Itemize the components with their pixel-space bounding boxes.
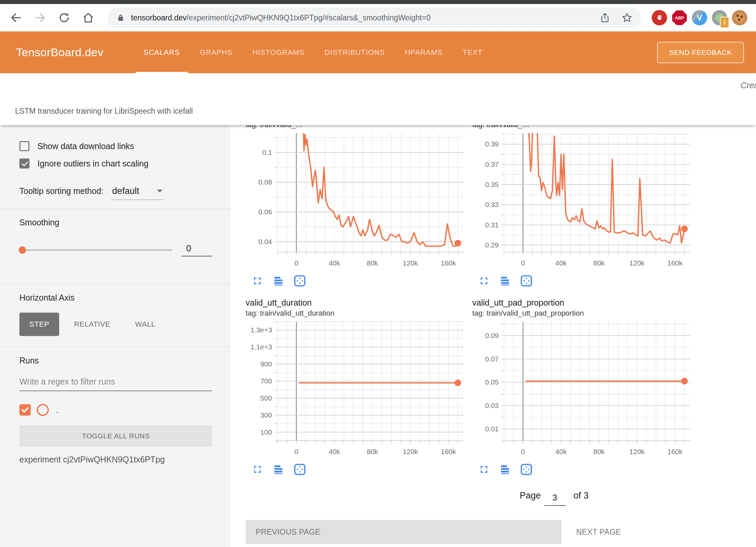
svg-text:500: 500 <box>260 394 272 402</box>
sidebar-divider <box>0 284 231 284</box>
svg-text:0.1: 0.1 <box>262 148 272 156</box>
pan-zoom-icon[interactable] <box>520 463 532 475</box>
scalar-chart[interactable]: 0.040.060.080.1040k80k120k160k <box>246 132 466 270</box>
pan-zoom-icon[interactable] <box>294 463 306 475</box>
data-table-icon[interactable] <box>499 275 511 287</box>
smoothing-slider-thumb[interactable] <box>19 246 26 254</box>
tab-scalars[interactable]: SCALARS <box>134 31 190 73</box>
scalar-chart[interactable]: 1003005007009001.1e+31.3e+3040k80k120k16… <box>246 320 466 459</box>
url-domain: tensorboard.dev <box>131 13 186 22</box>
data-table-icon[interactable] <box>499 463 511 475</box>
toggle-all-runs-button[interactable]: TOGGLE ALL RUNS <box>19 425 212 447</box>
svg-text:0.33: 0.33 <box>485 201 499 208</box>
abp-extension-icon[interactable]: ABP <box>672 10 687 25</box>
pan-zoom-icon[interactable] <box>294 275 306 287</box>
data-table-icon[interactable] <box>272 463 284 475</box>
url-bar[interactable]: tensorboard.dev/experiment/cj2vtPiwQHKN9… <box>108 7 641 28</box>
data-table-icon[interactable] <box>272 275 284 287</box>
haxis-wall-button[interactable]: WALL <box>125 313 165 336</box>
svg-text:0.04: 0.04 <box>258 238 272 245</box>
chart-tag: tag: train/valid_utt_pad_proportion <box>472 308 693 318</box>
svg-text:0.39: 0.39 <box>485 140 499 148</box>
content: Show data download links Ignore outliers… <box>0 125 756 547</box>
show-download-links-checkbox[interactable] <box>19 141 29 151</box>
tab-text[interactable]: TEXT <box>453 31 492 73</box>
v-extension-icon[interactable]: V <box>692 10 707 25</box>
ignore-outliers-row[interactable]: Ignore outliers in chart scaling <box>19 158 212 169</box>
scalar-chart[interactable]: 0.010.030.050.070.09040k80k120k160k <box>472 320 693 459</box>
fullscreen-icon[interactable] <box>252 275 263 287</box>
svg-text:0.35: 0.35 <box>485 181 499 188</box>
tab-histograms[interactable]: HISTOGRAMS <box>243 31 315 73</box>
settings-sidebar: Show data download links Ignore outliers… <box>0 125 231 547</box>
previous-page-button[interactable]: PREVIOUS PAGE <box>246 520 561 544</box>
home-icon[interactable] <box>81 10 96 25</box>
profile-badge: 1 <box>720 17 729 28</box>
cookie-extension-icon[interactable] <box>732 10 747 25</box>
horizontal-axis-label: Horizontal Axis <box>19 293 212 303</box>
show-download-links-row[interactable]: Show data download links <box>19 141 212 151</box>
forward-icon[interactable] <box>33 10 47 25</box>
back-icon[interactable] <box>9 10 23 25</box>
app-header: TensorBoard.dev SCALARS GRAPHS HISTOGRAM… <box>0 31 756 73</box>
adblock-extension-icon[interactable] <box>652 10 667 25</box>
url-path: /experiment/cj2vtPiwQHKN9Q1tx6PTpg/#scal… <box>186 13 430 22</box>
run-checkbox[interactable] <box>19 404 31 416</box>
tooltip-sorting-select[interactable]: default <box>111 186 164 200</box>
share-icon[interactable] <box>598 11 612 24</box>
send-feedback-button[interactable]: SEND FEEDBACK <box>657 42 744 63</box>
ignore-outliers-checkbox[interactable] <box>19 158 29 169</box>
svg-text:0: 0 <box>521 448 525 455</box>
svg-text:0.03: 0.03 <box>485 402 499 409</box>
svg-text:0.29: 0.29 <box>485 241 499 249</box>
scalar-chart[interactable]: 0.290.310.330.350.370.39040k80k120k160k <box>472 132 693 270</box>
page-label: Page <box>520 490 541 501</box>
svg-text:900: 900 <box>260 360 272 368</box>
chart-toolbar <box>252 462 466 477</box>
sidebar-divider <box>0 347 231 347</box>
bookmark-star-icon[interactable] <box>620 11 634 24</box>
chevron-down-icon <box>157 190 162 193</box>
page-number-input[interactable]: 3 <box>544 493 565 506</box>
svg-text:0.08: 0.08 <box>258 178 272 186</box>
reload-icon[interactable] <box>57 10 72 25</box>
svg-text:0.06: 0.06 <box>258 208 272 216</box>
svg-text:80k: 80k <box>367 448 378 455</box>
pagination: Page 3 of 3 <box>520 488 589 504</box>
run-name: . <box>56 405 58 415</box>
lock-icon <box>116 13 125 22</box>
profile-avatar[interactable]: 1 <box>712 10 727 25</box>
next-page-button[interactable]: NEXT PAGE <box>574 527 623 537</box>
svg-text:160k: 160k <box>441 259 456 267</box>
svg-text:0: 0 <box>294 448 298 455</box>
svg-text:0: 0 <box>294 259 298 267</box>
chart-title: valid_utt_pad_proportion <box>472 297 693 308</box>
tab-distributions[interactable]: DISTRIBUTIONS <box>314 31 395 73</box>
tooltip-sorting-label: Tooltip sorting method: <box>19 186 104 196</box>
sidebar-divider <box>0 209 231 209</box>
cookie-icon <box>735 13 745 23</box>
smoothing-slider[interactable] <box>19 249 172 251</box>
runs-regex-input[interactable]: Write a regex to filter runs <box>19 377 212 391</box>
tab-graphs[interactable]: GRAPHS <box>190 31 243 73</box>
run-color-swatch[interactable] <box>37 404 49 416</box>
svg-text:1.3e+3: 1.3e+3 <box>250 326 272 334</box>
svg-text:0.31: 0.31 <box>485 221 499 229</box>
smoothing-value-input[interactable]: 0 <box>181 243 212 256</box>
chart-toolbar <box>478 462 693 477</box>
haxis-step-button[interactable]: STEP <box>19 313 59 336</box>
svg-text:0: 0 <box>521 259 525 267</box>
fullscreen-icon[interactable] <box>478 464 490 475</box>
haxis-relative-button[interactable]: RELATIVE <box>64 313 120 336</box>
fullscreen-icon[interactable] <box>478 275 490 287</box>
tab-hparams[interactable]: HPARAMS <box>395 31 453 73</box>
browser-toolbar: tensorboard.dev/experiment/cj2vtPiwQHKN9… <box>0 4 756 31</box>
svg-text:40k: 40k <box>329 259 340 267</box>
fullscreen-icon[interactable] <box>252 464 263 475</box>
chart-card-valid-utt-duration: valid_utt_duration tag: train/valid_utt_… <box>246 288 466 477</box>
pan-zoom-icon[interactable] <box>520 275 532 287</box>
svg-text:0.07: 0.07 <box>485 355 499 363</box>
svg-text:160k: 160k <box>667 259 683 267</box>
svg-text:120k: 120k <box>629 259 645 267</box>
svg-text:300: 300 <box>260 411 272 419</box>
